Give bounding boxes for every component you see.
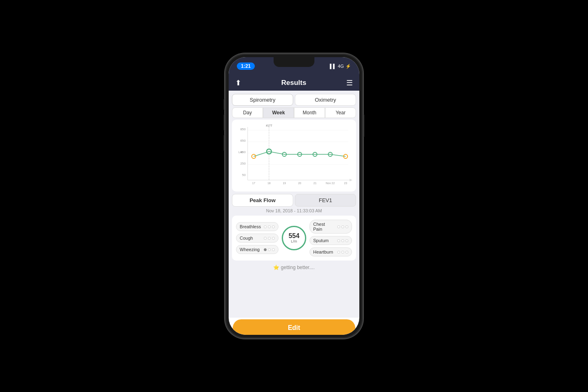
phone-device: 1:21 ▌▌ 4G ⚡ ⬆ Results ☰ Spirometry Oxim…	[225, 53, 363, 339]
side-button-power	[363, 114, 364, 137]
symptom-breathless-label: Breathless	[240, 224, 261, 229]
symptoms-section: Breathless Cough	[232, 216, 356, 261]
notch	[274, 57, 314, 67]
app-header: ⬆ Results ☰	[229, 75, 359, 91]
tab-month[interactable]: Month	[294, 107, 325, 118]
tab-week[interactable]: Week	[263, 107, 294, 118]
svg-text:L/m: L/m	[238, 151, 243, 154]
svg-text:17: 17	[252, 182, 255, 185]
dot-filled	[264, 248, 267, 251]
dot	[341, 251, 344, 254]
battery-icon: ⚡	[345, 64, 351, 69]
status-icons: ▌▌ 4G ⚡	[330, 64, 351, 69]
dot	[345, 225, 348, 228]
dot	[337, 225, 340, 228]
network-type: 4G	[338, 64, 344, 69]
chart-svg: 850 650 450 250 50 L/m	[234, 123, 354, 188]
dot	[268, 225, 271, 228]
period-tab-row: Day Week Month Year	[229, 107, 359, 120]
menu-icon[interactable]: ☰	[346, 78, 353, 87]
timestamp: Nov 18, 2018 - 11:33:03 AM	[229, 208, 359, 213]
svg-text:850: 850	[240, 127, 246, 131]
dot	[264, 237, 267, 240]
svg-text:#177: #177	[266, 124, 272, 127]
status-bar: 1:21 ▌▌ 4G ⚡	[229, 57, 359, 75]
gauge-circle: 554 L/m	[282, 226, 306, 250]
svg-text:Nov 22: Nov 22	[326, 182, 335, 185]
gauge-container: 554 L/m	[282, 226, 306, 250]
dot	[264, 225, 267, 228]
svg-text:18: 18	[267, 182, 271, 185]
main-tab-row: Spirometry Oximetry	[229, 91, 359, 107]
dot	[337, 251, 340, 254]
scroll-area[interactable]: Spirometry Oximetry Day Week Month Year …	[229, 91, 359, 318]
gauge-unit: L/m	[291, 239, 297, 243]
side-button-vol-up	[224, 114, 225, 131]
dot	[272, 225, 275, 228]
tab-day[interactable]: Day	[232, 107, 263, 118]
tab-peak-flow[interactable]: Peak Flow	[232, 194, 293, 207]
dot	[345, 239, 348, 242]
svg-text:250: 250	[240, 162, 246, 165]
symptom-heartburn: Heartburn	[310, 247, 352, 256]
tab-year[interactable]: Year	[325, 107, 356, 118]
svg-text:23: 23	[344, 182, 347, 185]
dot	[341, 225, 344, 228]
symptom-chest-pain-dots	[337, 225, 348, 228]
svg-text:21: 21	[313, 182, 316, 185]
side-button-mute	[224, 99, 225, 110]
signal-icon: ▌▌	[330, 64, 336, 69]
page-title: Results	[281, 79, 306, 87]
symptom-wheezing-dots	[264, 248, 275, 251]
svg-text:19: 19	[283, 182, 286, 185]
symptoms-right: Chest Pain Sputum	[310, 220, 352, 256]
svg-text:20: 20	[298, 182, 301, 185]
symptom-breathless-dots	[264, 225, 275, 228]
dot	[272, 248, 275, 251]
dot	[341, 239, 344, 242]
dot	[268, 248, 271, 251]
dot	[268, 237, 271, 240]
edit-button[interactable]: Edit	[233, 319, 355, 335]
symptom-breathless: Breathless	[236, 222, 278, 231]
symptom-sputum: Sputum	[310, 236, 352, 245]
share-icon[interactable]: ⬆	[235, 78, 241, 87]
symptom-wheezing-label: Wheezing	[240, 247, 260, 252]
chart-container: 850 650 450 250 50 L/m	[232, 120, 356, 192]
symptom-cough: Cough	[236, 234, 278, 243]
symptoms-left: Breathless Cough	[236, 222, 278, 254]
status-time: 1:21	[237, 62, 255, 70]
gauge-value: 554	[289, 233, 300, 239]
tab-oximetry[interactable]: Oximetry	[295, 94, 356, 106]
side-button-vol-down	[224, 135, 225, 151]
symptom-cough-dots	[264, 237, 275, 240]
symptom-sputum-label: Sputum	[313, 238, 329, 243]
symptom-heartburn-dots	[337, 251, 348, 254]
dot	[345, 251, 348, 254]
tab-spirometry[interactable]: Spirometry	[232, 94, 293, 106]
symptom-cough-label: Cough	[240, 236, 253, 241]
svg-text:50: 50	[242, 173, 246, 177]
symptom-chest-pain: Chest Pain	[310, 220, 352, 234]
measure-tab-row: Peak Flow FEV1	[232, 194, 356, 207]
symptom-wheezing: Wheezing	[236, 245, 278, 254]
phone-screen: 1:21 ▌▌ 4G ⚡ ⬆ Results ☰ Spirometry Oxim…	[229, 57, 359, 335]
tab-fev1[interactable]: FEV1	[295, 194, 356, 207]
svg-text:650: 650	[240, 139, 246, 143]
symptom-chest-pain-label: Chest Pain	[313, 222, 335, 232]
status-message: ⭐ getting better....	[229, 263, 359, 274]
svg-marker-8	[350, 179, 352, 181]
dot	[337, 239, 340, 242]
symptom-sputum-dots	[337, 239, 348, 242]
symptom-heartburn-label: Heartburn	[313, 249, 333, 254]
dot	[272, 237, 275, 240]
